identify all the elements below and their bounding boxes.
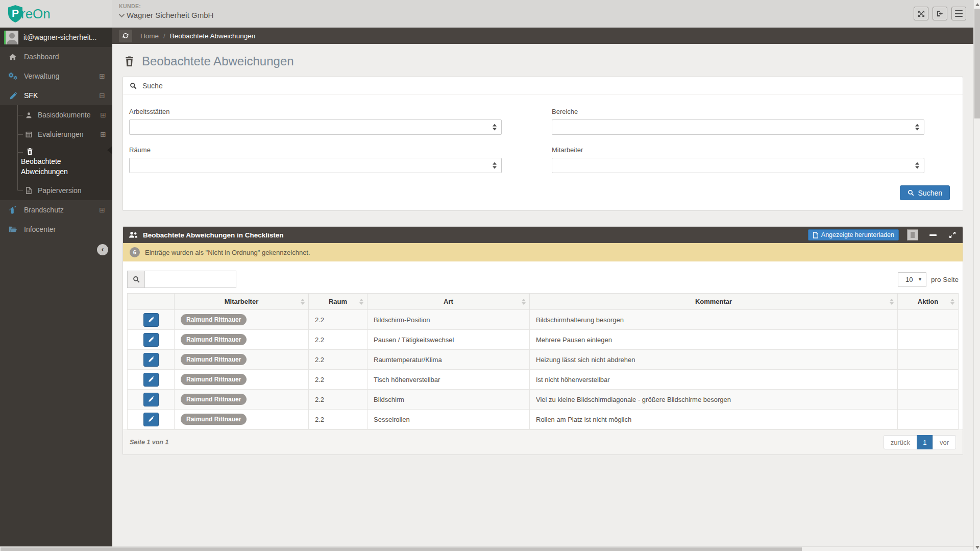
- field-label: Mitarbeiter: [552, 146, 924, 154]
- search-submit-button[interactable]: Suchen: [900, 185, 950, 200]
- pencil-icon: [8, 92, 17, 100]
- edit-cell: [128, 370, 175, 390]
- mitarbeiter-cell: Raimund Rittnauer: [175, 390, 309, 410]
- panel-collapse-button[interactable]: [926, 230, 940, 240]
- sidebar-item-verwaltung[interactable]: Verwaltung ⊞: [0, 66, 112, 86]
- column-aktion[interactable]: Aktion: [898, 294, 959, 310]
- aktion-cell: [898, 310, 959, 330]
- sidebar-menu: Dashboard Verwaltung ⊞ SFK: [0, 47, 112, 239]
- alert-count-badge: 6: [130, 247, 140, 257]
- pagination-next-button[interactable]: vor: [933, 435, 956, 449]
- mitarbeiter-cell: Raimund Rittnauer: [175, 370, 309, 390]
- edit-row-button[interactable]: [143, 353, 159, 367]
- column-raum[interactable]: Raum: [309, 294, 368, 310]
- panel-expand-button[interactable]: [948, 231, 957, 238]
- arrow-left-icon: ‹: [102, 245, 104, 253]
- panel-color-button[interactable]: [907, 229, 918, 241]
- pagination-prev-button[interactable]: zurück: [884, 435, 917, 449]
- expand-plus-icon: ⊞: [99, 206, 105, 213]
- sidebar-item-label: Basisdokumente: [38, 111, 91, 119]
- page-size-group: 10 ▼ pro Seite: [898, 272, 959, 287]
- table-row: Raimund Rittnauer 2.2 Bildschirm Viel zu…: [128, 390, 959, 410]
- pdf-file-icon: [24, 187, 33, 194]
- horizontal-scrollbar[interactable]: [0, 546, 973, 551]
- edit-cell: [128, 330, 175, 350]
- logout-button[interactable]: [933, 7, 947, 20]
- horizontal-scrollbar-thumb[interactable]: [1, 547, 802, 551]
- search-panel-header[interactable]: Suche: [123, 77, 963, 94]
- field-bereiche: Bereiche: [552, 108, 924, 135]
- gears-icon: [8, 72, 17, 80]
- refresh-icon: [122, 32, 129, 39]
- edit-row-button[interactable]: [143, 313, 159, 327]
- column-mitarbeiter[interactable]: Mitarbeiter: [175, 294, 309, 310]
- employee-badge: Raimund Rittnauer: [181, 314, 247, 325]
- sidebar-item-dashboard[interactable]: Dashboard: [0, 47, 112, 66]
- mitarbeiter-select[interactable]: [552, 158, 924, 173]
- expand-arrows-icon: [949, 231, 956, 238]
- menu-toggle-button[interactable]: [951, 7, 966, 20]
- avatar: [4, 31, 18, 44]
- raeume-select[interactable]: [129, 158, 502, 173]
- main-content: Beobachtete Abweichungen Suche Arbeitsst…: [112, 44, 973, 546]
- breadcrumb-bar: Home / Beobachtete Abweichungen: [112, 28, 973, 44]
- fullscreen-button[interactable]: [914, 7, 928, 20]
- sidebar-item-brandschutz[interactable]: Brandschutz ⊞: [0, 200, 112, 220]
- edit-cell: [128, 390, 175, 410]
- page-info: Seite 1 von 1: [130, 439, 168, 446]
- sidebar: it@wagner-sicherheit... Dashboard Verw: [0, 28, 112, 546]
- table-body: Raimund Rittnauer 2.2 Bildschirm-Positio…: [128, 310, 959, 429]
- vertical-scrollbar[interactable]: [973, 0, 980, 551]
- app-logo[interactable]: P reOn: [0, 0, 112, 28]
- sidebar-item-basisdokumente[interactable]: Basisdokumente ⊞: [0, 105, 112, 125]
- edit-row-button[interactable]: [143, 413, 159, 426]
- sidebar-item-sfk[interactable]: SFK ⊟: [0, 86, 112, 105]
- sidebar-item-evaluierungen[interactable]: Evaluierungen ⊞: [0, 125, 112, 144]
- edit-row-button[interactable]: [143, 333, 159, 347]
- user-email: it@wagner-sicherheit...: [23, 33, 96, 41]
- vertical-scrollbar-thumb[interactable]: [974, 9, 980, 118]
- table-search-input[interactable]: [144, 271, 236, 288]
- download-shown-button[interactable]: Angezeigte herunterladen: [808, 229, 899, 241]
- breadcrumb-home-link[interactable]: Home: [140, 32, 159, 40]
- pencil-icon: [148, 317, 154, 323]
- download-shown-label: Angezeigte herunterladen: [821, 231, 894, 238]
- column-kommentar[interactable]: Kommentar: [530, 294, 898, 310]
- top-bar: P reOn KUNDE: Wagner Sicherheit GmbH: [0, 0, 980, 28]
- column-edit: [128, 294, 175, 310]
- sidebar-item-beobachtete-abweichungen[interactable]: Beobachtete Abweichungen: [0, 144, 112, 181]
- pagination: zurück 1 vor: [884, 435, 956, 449]
- employee-badge: Raimund Rittnauer: [181, 394, 247, 405]
- page-size-select[interactable]: 10 ▼: [898, 272, 926, 287]
- results-table: Mitarbeiter Raum Art Kommentar: [127, 293, 959, 429]
- sort-icon: [950, 299, 954, 305]
- table-header-row: Mitarbeiter Raum Art Kommentar: [128, 294, 959, 310]
- column-art[interactable]: Art: [368, 294, 530, 310]
- mitarbeiter-cell: Raimund Rittnauer: [175, 330, 309, 350]
- fullscreen-icon: [917, 10, 925, 18]
- home-icon: [8, 53, 17, 61]
- kommentar-cell: Bildschirmhalterung besorgen: [530, 310, 898, 330]
- sidebar-item-papierversion[interactable]: Papierversion: [0, 181, 112, 200]
- art-cell: Tisch höhenverstellbar: [368, 370, 530, 390]
- sidebar-item-infocenter[interactable]: Infocenter: [0, 220, 112, 239]
- edit-row-button[interactable]: [143, 373, 159, 387]
- user-panel[interactable]: it@wagner-sicherheit...: [0, 28, 112, 47]
- arbeitsstaetten-select[interactable]: [129, 119, 502, 135]
- scroll-down-arrow[interactable]: [975, 546, 979, 549]
- kommentar-cell: Viel zu kleine Bildschirmdiagonale - grö…: [530, 390, 898, 410]
- search-icon: [908, 189, 914, 196]
- pagination-page-1[interactable]: 1: [917, 435, 933, 449]
- refresh-button[interactable]: [119, 30, 132, 42]
- edit-row-button[interactable]: [143, 393, 159, 406]
- search-panel-title: Suche: [142, 82, 163, 90]
- customer-select[interactable]: Wagner Sicherheit GmbH: [119, 11, 213, 19]
- minus-icon: [929, 234, 937, 236]
- results-panel-title: Beobachtete Abweichungen in Checklisten: [143, 231, 284, 239]
- sidebar-collapse-button[interactable]: ‹: [97, 244, 108, 255]
- scroll-up-arrow[interactable]: [975, 3, 979, 6]
- bereiche-select[interactable]: [552, 119, 924, 135]
- search-panel: Suche Arbeitsstätten Bereiche Räume: [122, 77, 963, 211]
- aktion-cell: [898, 330, 959, 350]
- sidebar-item-label: SFK: [24, 91, 38, 100]
